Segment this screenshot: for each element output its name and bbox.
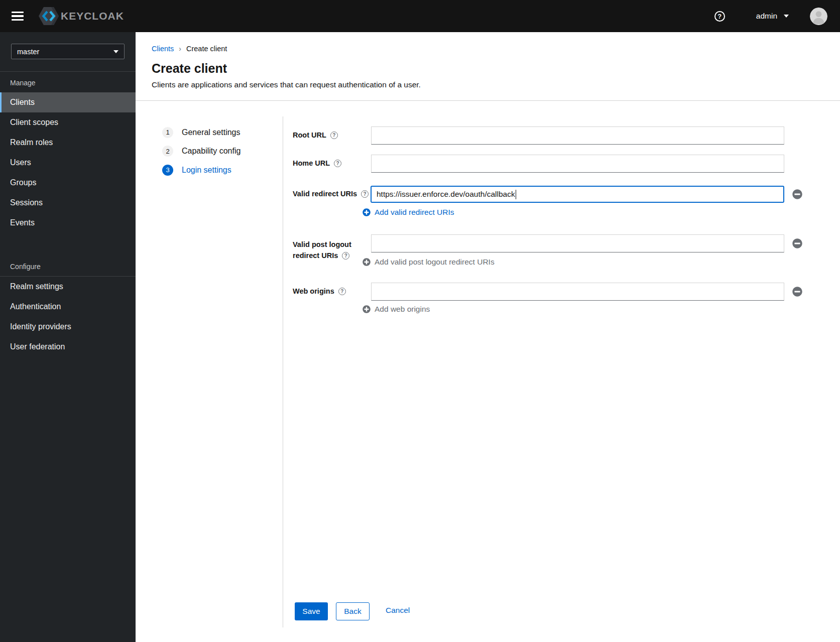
sidebar-item-realm-settings[interactable]: Realm settings <box>0 277 136 297</box>
valid-post-logout-help-icon[interactable]: ? <box>342 252 349 260</box>
help-glyph: ? <box>344 253 347 259</box>
realm-selector[interactable]: master <box>11 44 125 59</box>
help-icon[interactable]: ? <box>714 11 725 22</box>
breadcrumb-current: Create client <box>186 45 227 53</box>
caret-down-icon <box>113 50 118 53</box>
valid-redirect-uris-help-icon[interactable]: ? <box>361 190 369 198</box>
hamburger-bar <box>12 15 24 17</box>
sidebar-item-groups[interactable]: Groups <box>0 173 136 193</box>
sidebar-item-label: Sessions <box>10 198 43 207</box>
valid-post-logout-redirect-uri-input[interactable] <box>371 234 784 252</box>
text-cursor <box>516 190 516 199</box>
sidebar-item-label: Realm roles <box>10 138 53 147</box>
sidebar-item-label: Authentication <box>10 302 61 311</box>
minus-circle-icon <box>792 189 802 199</box>
step-number-badge: 2 <box>162 146 173 157</box>
sidebar-item-label: Identity providers <box>10 322 71 331</box>
back-button[interactable]: Back <box>336 602 370 620</box>
add-valid-post-logout-redirect-uris-button[interactable]: Add valid post logout redirect URIs <box>363 258 495 267</box>
realm-name: master <box>17 48 39 56</box>
sidebar-item-clients[interactable]: Clients <box>0 92 136 112</box>
save-button[interactable]: Save <box>295 602 328 620</box>
sidebar-item-client-scopes[interactable]: Client scopes <box>0 112 136 133</box>
sidebar-item-label: Users <box>10 158 31 167</box>
sidebar-item-users[interactable]: Users <box>0 153 136 173</box>
root-url-input[interactable] <box>371 126 784 145</box>
username: admin <box>756 12 777 21</box>
sidebar-item-label: Groups <box>10 178 36 187</box>
web-origins-input[interactable] <box>371 283 784 301</box>
nav-group-manage: Manage <box>0 72 136 92</box>
add-link-label: Add valid redirect URIs <box>375 208 454 217</box>
masthead: KEYCLOAK ? admin <box>0 0 840 32</box>
root-url-label: Root URL ? <box>293 131 338 140</box>
nav-group-configure: Configure <box>0 255 136 271</box>
main-content: Clients › Create client Create client Cl… <box>136 32 840 642</box>
help-glyph: ? <box>717 13 722 20</box>
help-glyph: ? <box>336 161 339 166</box>
plus-circle-icon <box>363 258 371 266</box>
help-glyph: ? <box>332 133 335 138</box>
add-valid-redirect-uris-button[interactable]: Add valid redirect URIs <box>363 208 454 217</box>
breadcrumb-separator: › <box>179 45 181 53</box>
sidebar-item-events[interactable]: Events <box>0 213 136 233</box>
web-origins-help-icon[interactable]: ? <box>338 288 346 295</box>
breadcrumb-link-clients[interactable]: Clients <box>152 45 174 53</box>
valid-redirect-uri-input[interactable]: https://issuer.enforce.dev/oauth/callbac… <box>371 186 784 203</box>
help-glyph: ? <box>364 191 367 197</box>
wizard-step-general-settings[interactable]: 1 General settings <box>162 123 241 142</box>
label-text: Web origins <box>293 287 334 296</box>
label-text: Valid redirect URIs <box>293 190 357 198</box>
add-web-origins-button[interactable]: Add web origins <box>363 305 430 314</box>
step-label: Capability config <box>182 147 241 156</box>
home-url-help-icon[interactable]: ? <box>334 160 341 167</box>
avatar[interactable] <box>810 8 827 25</box>
cancel-button[interactable]: Cancel <box>386 606 410 615</box>
label-text: Valid post logout <box>293 240 351 248</box>
step-label: General settings <box>182 128 241 137</box>
vertical-divider <box>283 116 283 627</box>
sidebar-item-user-federation[interactable]: User federation <box>0 337 136 357</box>
minus-circle-icon <box>792 287 802 297</box>
sidebar-item-authentication[interactable]: Authentication <box>0 297 136 317</box>
remove-web-origin-button[interactable] <box>792 287 802 297</box>
add-link-label: Add valid post logout redirect URIs <box>375 258 495 267</box>
sidebar: master Manage Clients Client scopes Real… <box>0 32 136 642</box>
label-text: Root URL <box>293 131 326 140</box>
page-title: Create client <box>152 61 840 76</box>
sidebar-item-realm-roles[interactable]: Realm roles <box>0 133 136 153</box>
plus-circle-icon <box>363 208 371 216</box>
keycloak-logo[interactable]: KEYCLOAK <box>38 6 124 26</box>
home-url-label: Home URL ? <box>293 159 341 168</box>
remove-redirect-uri-button[interactable] <box>792 189 802 199</box>
user-menu-button[interactable]: admin <box>756 12 789 21</box>
keycloak-hexagon-icon <box>38 6 60 26</box>
label-text-line2: redirect URIs ? <box>293 250 351 261</box>
wizard-step-capability-config[interactable]: 2 Capability config <box>162 142 241 161</box>
sidebar-item-label: Realm settings <box>10 282 63 291</box>
sidebar-item-identity-providers[interactable]: Identity providers <box>0 317 136 337</box>
wizard-content: 1 General settings 2 Capability config 3… <box>136 101 840 642</box>
brand-text: KEYCLOAK <box>61 10 124 22</box>
step-number-badge: 1 <box>162 127 173 138</box>
root-url-help-icon[interactable]: ? <box>330 132 338 139</box>
wizard-step-login-settings[interactable]: 3 Login settings <box>162 161 231 180</box>
valid-redirect-uris-label: Valid redirect URIs ? <box>293 190 369 198</box>
sidebar-item-sessions[interactable]: Sessions <box>0 193 136 213</box>
minus-circle-icon <box>792 238 802 248</box>
hamburger-menu-icon[interactable] <box>12 12 24 21</box>
remove-post-logout-uri-button[interactable] <box>792 238 802 248</box>
add-link-label: Add web origins <box>375 305 430 314</box>
help-glyph: ? <box>340 289 343 294</box>
input-value: https://issuer.enforce.dev/oauth/callbac… <box>377 190 515 199</box>
page-header: Clients › Create client Create client Cl… <box>136 32 840 101</box>
page-subtitle: Clients are applications and services th… <box>152 80 840 89</box>
sidebar-item-label: Events <box>10 218 35 227</box>
plus-circle-icon <box>363 305 371 313</box>
label-text: redirect URIs <box>293 250 338 261</box>
home-url-input[interactable] <box>371 155 784 173</box>
web-origins-label: Web origins ? <box>293 287 346 296</box>
sidebar-item-label: Client scopes <box>10 118 58 127</box>
hamburger-bar <box>12 19 24 21</box>
label-text: Home URL <box>293 159 330 168</box>
